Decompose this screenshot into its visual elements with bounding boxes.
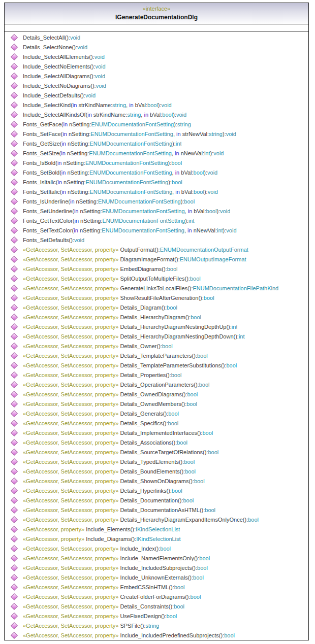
operation-row[interactable]: Fonts_SetSize(in nSetting:ENUMDocumentat… xyxy=(5,148,308,158)
operation-row[interactable]: «GetAccessor, SetAccessor, property» Det… xyxy=(5,601,308,611)
operation-row[interactable]: «GetAccessor, SetAccessor, property» Det… xyxy=(5,370,308,380)
operation-row[interactable]: Details_SelectAll():void xyxy=(5,32,308,42)
operation-signature: «GetAccessor, property» Include_Diagrams… xyxy=(23,536,181,542)
operation-row[interactable]: Fonts_SetUnderline(in nSetting:ENUMDocum… xyxy=(5,206,308,216)
operation-row[interactable]: Fonts_GetFace(in nSetting:ENUMDocumentat… xyxy=(5,119,308,129)
operation-visibility-diamond-icon xyxy=(11,188,18,195)
operation-row[interactable]: «GetAccessor, SetAccessor, property» Det… xyxy=(5,437,308,447)
operation-row[interactable]: Fonts_SetFace(in nSetting:ENUMDocumentat… xyxy=(5,129,308,139)
operation-row[interactable]: Fonts_GetSize(in nSetting:ENUMDocumentat… xyxy=(5,139,308,148)
operation-visibility-diamond-icon xyxy=(11,101,18,108)
operation-row[interactable]: «GetAccessor, SetAccessor, property» Det… xyxy=(5,351,308,360)
operation-row[interactable]: «GetAccessor, SetAccessor, property» Inc… xyxy=(5,544,308,553)
operation-row[interactable]: Include_SelectNoElements():void xyxy=(5,61,308,71)
operation-row[interactable]: «GetAccessor, SetAccessor, property» Inc… xyxy=(5,563,308,572)
operation-signature: «GetAccessor, SetAccessor, property» Emb… xyxy=(23,584,185,590)
operation-row[interactable]: «GetAccessor, SetAccessor, property» Det… xyxy=(5,418,308,428)
operation-row[interactable]: «GetAccessor, SetAccessor, property» Det… xyxy=(5,447,308,457)
operation-row[interactable]: «GetAccessor, SetAccessor, property» Det… xyxy=(5,495,308,505)
operation-row[interactable]: Include_SelectNoDiagrams():void xyxy=(5,81,308,90)
operation-signature: «GetAccessor, SetAccessor, property» Det… xyxy=(23,420,178,426)
operation-row[interactable]: «GetAccessor, SetAccessor, property» Use… xyxy=(5,611,308,621)
operation-row[interactable]: «GetAccessor, SetAccessor, property» Spl… xyxy=(5,274,308,283)
operation-row[interactable]: «GetAccessor, SetAccessor, property» Det… xyxy=(5,322,308,331)
operation-row[interactable]: «GetAccessor, SetAccessor, property» Det… xyxy=(5,466,308,476)
operation-row[interactable]: «GetAccessor, SetAccessor, property» Det… xyxy=(5,409,308,418)
operation-row[interactable]: «GetAccessor, SetAccessor, property» Det… xyxy=(5,486,308,495)
operation-row[interactable]: «GetAccessor, SetAccessor, property» SPS… xyxy=(5,621,308,630)
operation-visibility-diamond-icon xyxy=(11,477,18,484)
operation-visibility-diamond-icon xyxy=(11,62,18,70)
operation-row[interactable]: «GetAccessor, SetAccessor, property» Emb… xyxy=(5,582,308,592)
operation-signature: «GetAccessor, SetAccessor, property» Sho… xyxy=(23,295,214,301)
operation-row[interactable]: «GetAccessor, SetAccessor, property» Cre… xyxy=(5,592,308,601)
operation-row[interactable]: «GetAccessor, SetAccessor, property» Det… xyxy=(5,380,308,389)
operation-visibility-diamond-icon xyxy=(11,342,18,349)
operation-row[interactable]: Fonts_IsUnderline(in nSetting:ENUMDocume… xyxy=(5,196,308,206)
operation-row[interactable]: «GetAccessor, SetAccessor, property» Inc… xyxy=(5,572,308,582)
operation-row[interactable]: Include_SelectAllKindsOf(in strKindName:… xyxy=(5,110,308,119)
operation-signature: «GetAccessor, SetAccessor, property» Det… xyxy=(23,304,177,311)
operation-row[interactable]: «GetAccessor, SetAccessor, property» Det… xyxy=(5,399,308,409)
operation-row[interactable]: «GetAccessor, property» Include_Diagrams… xyxy=(5,534,308,544)
operation-row[interactable]: Fonts_IsBold(in nSetting:ENUMDocumentati… xyxy=(5,158,308,167)
operation-row[interactable]: «GetAccessor, SetAccessor, property» Det… xyxy=(5,476,308,486)
operation-row[interactable]: «GetAccessor, SetAccessor, property» Dia… xyxy=(5,254,308,264)
operation-row[interactable]: «GetAccessor, SetAccessor, property» Det… xyxy=(5,302,308,312)
operation-row[interactable]: «GetAccessor, SetAccessor, property» Out… xyxy=(5,245,308,254)
operation-signature: «GetAccessor, SetAccessor, property» Det… xyxy=(23,343,173,349)
operation-visibility-diamond-icon xyxy=(11,140,18,147)
operation-row[interactable]: Include_SelectDefaults():void xyxy=(5,90,308,100)
operation-visibility-diamond-icon xyxy=(11,612,18,619)
operation-visibility-diamond-icon xyxy=(11,236,18,243)
operation-visibility-diamond-icon xyxy=(11,573,18,581)
interface-header[interactable]: «interface» IGenerateDocumentationDlg xyxy=(5,3,308,24)
operation-row[interactable]: «GetAccessor, SetAccessor, property» Det… xyxy=(5,331,308,341)
operation-row[interactable]: Fonts_SetItalic(in nSetting:ENUMDocument… xyxy=(5,187,308,196)
uml-interface-node[interactable]: «interface» IGenerateDocumentationDlg De… xyxy=(4,3,309,640)
operation-row[interactable]: «GetAccessor, SetAccessor, property» Det… xyxy=(5,341,308,351)
operation-row[interactable]: Fonts_SetBold(in nSetting:ENUMDocumentat… xyxy=(5,167,308,177)
operation-row[interactable]: «GetAccessor, SetAccessor, property» Det… xyxy=(5,360,308,370)
operation-visibility-diamond-icon xyxy=(11,332,18,340)
operation-row[interactable]: «GetAccessor, SetAccessor, property» Det… xyxy=(5,428,308,437)
operation-visibility-diamond-icon xyxy=(11,226,18,233)
operation-signature: Include_SelectAllElements():void xyxy=(23,54,105,60)
operation-row[interactable]: Fonts_IsItalic(in nSetting:ENUMDocumenta… xyxy=(5,177,308,187)
operation-visibility-diamond-icon xyxy=(11,400,18,407)
operation-signature: «GetAccessor, SetAccessor, property» Det… xyxy=(23,372,181,378)
operation-signature: «GetAccessor, SetAccessor, property» Det… xyxy=(23,468,196,474)
operation-row[interactable]: Fonts_GetTextColor(in nSetting:ENUMDocum… xyxy=(5,216,308,225)
interface-stereotype: «interface» xyxy=(5,3,308,12)
operation-visibility-diamond-icon xyxy=(11,554,18,561)
operation-row[interactable]: Details_SelectNone():void xyxy=(5,42,308,52)
operation-row[interactable]: «GetAccessor, SetAccessor, property» Det… xyxy=(5,457,308,466)
operation-signature: Include_SelectNoElements():void xyxy=(23,63,106,70)
operation-row[interactable]: Fonts_SetTextColor(in nSetting:ENUMDocum… xyxy=(5,225,308,235)
operation-visibility-diamond-icon xyxy=(11,255,18,262)
operation-row[interactable]: Include_SelectAllDiagrams():void xyxy=(5,71,308,81)
operation-row[interactable]: Include_SelectAllElements():void xyxy=(5,52,308,61)
operation-row[interactable]: Fonts_SetDefaults():void xyxy=(5,235,308,245)
operation-visibility-diamond-icon xyxy=(11,622,18,629)
operation-visibility-diamond-icon xyxy=(11,168,18,176)
operation-visibility-diamond-icon xyxy=(11,91,18,98)
operation-row[interactable]: «GetAccessor, SetAccessor, property» Det… xyxy=(5,389,308,399)
operation-visibility-diamond-icon xyxy=(11,178,18,185)
operation-visibility-diamond-icon xyxy=(11,545,18,552)
operation-row[interactable]: «GetAccessor, SetAccessor, property» Det… xyxy=(5,515,308,524)
operation-signature: Fonts_IsUnderline(in nSetting:ENUMDocume… xyxy=(23,198,195,205)
operation-row[interactable]: «GetAccessor, SetAccessor, property» Gen… xyxy=(5,283,308,293)
operation-row[interactable]: «GetAccessor, SetAccessor, property» Emb… xyxy=(5,264,308,274)
operation-row[interactable]: «GetAccessor, SetAccessor, property» Inc… xyxy=(5,630,308,640)
operation-signature: «GetAccessor, SetAccessor, property» Det… xyxy=(23,507,215,513)
operation-row[interactable]: «GetAccessor, SetAccessor, property» Det… xyxy=(5,505,308,515)
operation-row[interactable]: «GetAccessor, SetAccessor, property» Sho… xyxy=(5,293,308,302)
operation-row[interactable]: Include_SelectKind(in strKindName:string… xyxy=(5,100,308,110)
operation-signature: Fonts_SetSize(in nSetting:ENUMDocumentat… xyxy=(23,150,224,156)
operation-signature: Include_SelectDefaults():void xyxy=(23,92,96,98)
operation-row[interactable]: «GetAccessor, SetAccessor, property» Det… xyxy=(5,312,308,322)
operation-row[interactable]: «GetAccessor, property» Include_Elements… xyxy=(5,524,308,534)
operation-row[interactable]: «GetAccessor, SetAccessor, property» Inc… xyxy=(5,553,308,563)
operation-signature: «GetAccessor, SetAccessor, property» Use… xyxy=(23,613,177,619)
